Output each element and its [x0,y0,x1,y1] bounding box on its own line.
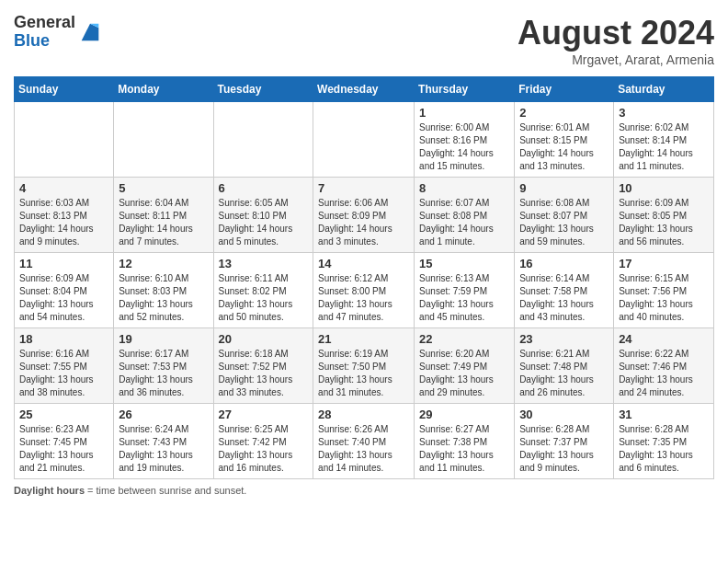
day-info: Sunrise: 6:13 AMSunset: 7:59 PMDaylight:… [419,272,509,324]
day-number: 21 [318,332,409,346]
day-number: 25 [19,408,108,421]
month-title: August 2024 [518,14,714,52]
calendar-cell: 26Sunrise: 6:24 AMSunset: 7:43 PMDayligh… [114,404,213,479]
day-info: Sunrise: 6:25 AMSunset: 7:42 PMDaylight:… [219,423,309,475]
footer-note: Daylight hours = time between sunrise an… [14,485,714,496]
calendar-cell: 15Sunrise: 6:13 AMSunset: 7:59 PMDayligh… [415,253,515,328]
days-of-week-row: SundayMondayTuesdayWednesdayThursdayFrid… [15,77,714,102]
day-number: 27 [219,408,309,421]
calendar-cell: 31Sunrise: 6:28 AMSunset: 7:35 PMDayligh… [614,404,714,479]
calendar-table: SundayMondayTuesdayWednesdayThursdayFrid… [14,76,714,479]
day-number: 12 [119,257,208,270]
logo: General Blue [14,14,103,51]
day-info: Sunrise: 6:18 AMSunset: 7:52 PMDaylight:… [219,348,309,399]
day-number: 17 [619,257,709,270]
calendar-cell: 13Sunrise: 6:11 AMSunset: 8:02 PMDayligh… [213,253,313,328]
calendar-cell: 19Sunrise: 6:17 AMSunset: 7:53 PMDayligh… [114,328,213,404]
page-header: General Blue August 2024 Mrgavet, Ararat… [14,14,714,67]
day-number: 13 [219,257,309,270]
day-info: Sunrise: 6:22 AMSunset: 7:46 PMDaylight:… [619,348,709,399]
calendar-cell: 8Sunrise: 6:07 AMSunset: 8:08 PMDaylight… [415,178,515,253]
daylight-label: Daylight hours [14,485,85,496]
dow-header: Sunday [15,77,114,102]
day-info: Sunrise: 6:05 AMSunset: 8:10 PMDaylight:… [219,197,309,248]
day-info: Sunrise: 6:20 AMSunset: 7:49 PMDaylight:… [419,348,509,399]
calendar-week-row: 1Sunrise: 6:00 AMSunset: 8:16 PMDaylight… [15,102,714,178]
day-info: Sunrise: 6:06 AMSunset: 8:09 PMDaylight:… [318,197,409,248]
day-info: Sunrise: 6:17 AMSunset: 7:53 PMDaylight:… [119,348,208,399]
day-info: Sunrise: 6:24 AMSunset: 7:43 PMDaylight:… [119,423,208,475]
calendar-cell: 30Sunrise: 6:28 AMSunset: 7:37 PMDayligh… [515,404,614,479]
calendar-cell: 28Sunrise: 6:26 AMSunset: 7:40 PMDayligh… [313,404,415,479]
day-number: 28 [318,408,409,421]
day-info: Sunrise: 6:00 AMSunset: 8:16 PMDaylight:… [419,121,509,173]
day-info: Sunrise: 6:15 AMSunset: 7:56 PMDaylight:… [619,272,709,324]
day-number: 20 [219,332,309,346]
day-number: 24 [619,332,709,346]
day-info: Sunrise: 6:27 AMSunset: 7:38 PMDaylight:… [419,423,509,475]
calendar-cell [15,102,114,178]
day-number: 19 [119,332,208,346]
calendar-cell [313,102,415,178]
day-info: Sunrise: 6:26 AMSunset: 7:40 PMDaylight:… [318,423,409,475]
day-info: Sunrise: 6:14 AMSunset: 7:58 PMDaylight:… [519,272,609,324]
day-info: Sunrise: 6:03 AMSunset: 8:13 PMDaylight:… [19,197,108,248]
day-info: Sunrise: 6:11 AMSunset: 8:02 PMDaylight:… [219,272,309,324]
day-info: Sunrise: 6:28 AMSunset: 7:35 PMDaylight:… [619,423,709,475]
dow-header: Tuesday [213,77,313,102]
day-info: Sunrise: 6:01 AMSunset: 8:15 PMDaylight:… [519,121,609,173]
day-info: Sunrise: 6:09 AMSunset: 8:04 PMDaylight:… [19,272,108,324]
day-number: 15 [419,257,509,270]
calendar-cell: 14Sunrise: 6:12 AMSunset: 8:00 PMDayligh… [313,253,415,328]
day-info: Sunrise: 6:10 AMSunset: 8:03 PMDaylight:… [119,272,208,324]
calendar-cell: 17Sunrise: 6:15 AMSunset: 7:56 PMDayligh… [614,253,714,328]
title-block: August 2024 Mrgavet, Ararat, Armenia [518,14,714,67]
day-info: Sunrise: 6:16 AMSunset: 7:55 PMDaylight:… [19,348,108,399]
day-info: Sunrise: 6:19 AMSunset: 7:50 PMDaylight:… [318,348,409,399]
day-number: 22 [419,332,509,346]
day-number: 26 [119,408,208,421]
logo-general: General [14,13,75,31]
logo-icon [77,19,103,45]
calendar-cell: 23Sunrise: 6:21 AMSunset: 7:48 PMDayligh… [515,328,614,404]
calendar-cell: 21Sunrise: 6:19 AMSunset: 7:50 PMDayligh… [313,328,415,404]
day-info: Sunrise: 6:02 AMSunset: 8:14 PMDaylight:… [619,121,709,173]
day-number: 8 [419,181,509,195]
day-info: Sunrise: 6:07 AMSunset: 8:08 PMDaylight:… [419,197,509,248]
day-number: 11 [19,257,108,270]
calendar-week-row: 11Sunrise: 6:09 AMSunset: 8:04 PMDayligh… [15,253,714,328]
calendar-cell: 29Sunrise: 6:27 AMSunset: 7:38 PMDayligh… [415,404,515,479]
calendar-week-row: 4Sunrise: 6:03 AMSunset: 8:13 PMDaylight… [15,178,714,253]
day-number: 6 [219,181,309,195]
day-number: 10 [619,181,709,195]
day-number: 4 [19,181,108,195]
dow-header: Friday [515,77,614,102]
calendar-cell: 1Sunrise: 6:00 AMSunset: 8:16 PMDaylight… [415,102,515,178]
calendar-cell [213,102,313,178]
calendar-week-row: 25Sunrise: 6:23 AMSunset: 7:45 PMDayligh… [15,404,714,479]
day-info: Sunrise: 6:09 AMSunset: 8:05 PMDaylight:… [619,197,709,248]
calendar-cell: 6Sunrise: 6:05 AMSunset: 8:10 PMDaylight… [213,178,313,253]
day-number: 3 [619,106,709,120]
calendar-cell: 16Sunrise: 6:14 AMSunset: 7:58 PMDayligh… [515,253,614,328]
day-number: 7 [318,181,409,195]
calendar-cell: 9Sunrise: 6:08 AMSunset: 8:07 PMDaylight… [515,178,614,253]
calendar-cell: 27Sunrise: 6:25 AMSunset: 7:42 PMDayligh… [213,404,313,479]
calendar-cell: 3Sunrise: 6:02 AMSunset: 8:14 PMDaylight… [614,102,714,178]
calendar-cell: 22Sunrise: 6:20 AMSunset: 7:49 PMDayligh… [415,328,515,404]
calendar-cell: 24Sunrise: 6:22 AMSunset: 7:46 PMDayligh… [614,328,714,404]
day-number: 2 [519,106,609,120]
day-info: Sunrise: 6:08 AMSunset: 8:07 PMDaylight:… [519,197,609,248]
day-info: Sunrise: 6:28 AMSunset: 7:37 PMDaylight:… [519,423,609,475]
day-number: 30 [519,408,609,421]
day-number: 5 [119,181,208,195]
day-info: Sunrise: 6:21 AMSunset: 7:48 PMDaylight:… [519,348,609,399]
day-number: 16 [519,257,609,270]
location-subtitle: Mrgavet, Ararat, Armenia [518,52,714,67]
day-number: 14 [318,257,409,270]
logo-blue: Blue [14,31,50,50]
calendar-cell: 18Sunrise: 6:16 AMSunset: 7:55 PMDayligh… [15,328,114,404]
calendar-week-row: 18Sunrise: 6:16 AMSunset: 7:55 PMDayligh… [15,328,714,404]
day-number: 31 [619,408,709,421]
day-info: Sunrise: 6:04 AMSunset: 8:11 PMDaylight:… [119,197,208,248]
